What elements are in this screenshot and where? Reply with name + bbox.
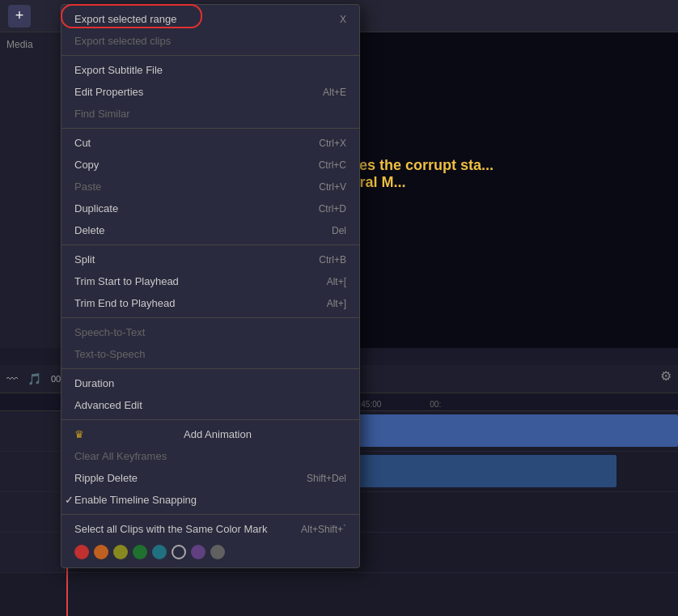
menu-item-shortcut-split: Ctrl+B xyxy=(319,254,346,266)
menu-item-edit-properties[interactable]: Edit PropertiesAlt+E xyxy=(61,81,359,103)
menu-item-cut[interactable]: CutCtrl+X xyxy=(61,132,359,154)
menu-item-label-trim-end: Trim End to Playhead xyxy=(74,297,176,309)
waveform-icon: 〰 xyxy=(6,372,18,385)
menu-item-shortcut-edit-properties: Alt+E xyxy=(323,87,346,98)
check-icon: ✓ xyxy=(65,494,74,506)
timeline-settings-icon[interactable]: ⚙ xyxy=(660,368,672,384)
menu-item-shortcut-ripple-delete: Shift+Del xyxy=(307,473,346,484)
audio-icon: 🎵 xyxy=(28,372,41,385)
menu-item-duplicate[interactable]: DuplicateCtrl+D xyxy=(61,198,359,219)
menu-item-delete[interactable]: DeleteDel xyxy=(61,219,359,241)
swatch-red[interactable] xyxy=(74,545,89,559)
menu-item-shortcut-delete: Del xyxy=(332,225,346,236)
menu-item-find-similar: Find Similar xyxy=(61,103,359,125)
menu-item-label-duplicate: Duplicate xyxy=(74,202,118,215)
divider-divider6 xyxy=(61,419,359,420)
add-button[interactable]: + xyxy=(8,5,31,28)
swatch-orange[interactable] xyxy=(94,545,108,559)
divider-divider3 xyxy=(61,244,359,245)
swatch-olive[interactable] xyxy=(113,545,128,559)
menu-item-add-animation[interactable]: ♛Add Animation xyxy=(61,423,359,445)
ruler-mark-5: 00: xyxy=(430,400,441,409)
menu-item-shortcut-trim-start: Alt+[ xyxy=(327,276,346,287)
menu-item-shortcut-paste: Ctrl+V xyxy=(319,181,346,193)
track-header-3 xyxy=(0,492,65,532)
menu-item-label-edit-properties: Edit Properties xyxy=(74,86,143,98)
menu-item-text-to-speech: Text-to-Speech xyxy=(61,343,359,365)
swatch-teal[interactable] xyxy=(152,545,167,559)
menu-item-trim-start[interactable]: Trim Start to PlayheadAlt+[ xyxy=(61,270,359,292)
menu-item-split[interactable]: SplitCtrl+B xyxy=(61,249,359,270)
menu-item-label-advanced-edit: Advanced Edit xyxy=(74,399,142,411)
menu-item-label-clear-keyframes: Clear All Keyframes xyxy=(74,450,167,462)
menu-item-label-ripple-delete: Ripple Delete xyxy=(74,472,138,484)
menu-item-label-copy: Copy xyxy=(74,159,99,171)
menu-item-trim-end[interactable]: Trim End to PlayheadAlt+] xyxy=(61,292,359,314)
menu-item-label-add-animation: Add Animation xyxy=(184,428,252,440)
context-menu: Export selected rangeXExport selected cl… xyxy=(61,4,360,568)
menu-item-export-range[interactable]: Export selected rangeX xyxy=(61,8,359,30)
divider-divider7 xyxy=(61,514,359,515)
menu-item-enable-snapping[interactable]: ✓Enable Timeline Snapping xyxy=(61,489,359,511)
menu-item-label-export-subtitle: Export Subtitle File xyxy=(74,64,163,76)
menu-item-label-speech-to-text: Speech-to-Text xyxy=(74,326,145,338)
menu-item-label-paste: Paste xyxy=(74,181,101,193)
menu-item-label-trim-start: Trim Start to Playhead xyxy=(74,275,179,287)
menu-item-label-enable-snapping: Enable Timeline Snapping xyxy=(74,494,197,506)
swatch-purple[interactable] xyxy=(191,545,206,559)
menu-item-shortcut-export-range: X xyxy=(340,14,346,25)
menu-item-shortcut-copy: Ctrl+C xyxy=(319,159,346,171)
menu-item-label-export-clips: Export selected clips xyxy=(74,35,171,47)
menu-item-duration[interactable]: Duration xyxy=(61,372,359,394)
menu-item-export-clips: Export selected clips xyxy=(61,30,359,52)
divider-divider1 xyxy=(61,55,359,56)
swatch-white-outlined[interactable] xyxy=(172,545,186,559)
menu-item-label-find-similar: Find Similar xyxy=(74,108,130,120)
swatch-green[interactable] xyxy=(133,545,147,559)
divider-divider4 xyxy=(61,317,359,318)
menu-item-shortcut-duplicate: Ctrl+D xyxy=(319,203,346,215)
track-header-2 xyxy=(0,452,65,491)
menu-item-paste: PasteCtrl+V xyxy=(61,176,359,198)
menu-item-advanced-edit[interactable]: Advanced Edit xyxy=(61,394,359,416)
menu-item-shortcut-cut: Ctrl+X xyxy=(319,138,346,149)
divider-divider2 xyxy=(61,128,359,129)
menu-item-label-text-to-speech: Text-to-Speech xyxy=(74,348,145,360)
menu-item-shortcut-trim-end: Alt+] xyxy=(327,298,346,309)
track-header-1 xyxy=(0,411,65,451)
swatch-gray[interactable] xyxy=(210,545,225,559)
menu-item-export-subtitle[interactable]: Export Subtitle File xyxy=(61,59,359,81)
menu-item-label-duration: Duration xyxy=(74,377,114,389)
menu-item-copy[interactable]: CopyCtrl+C xyxy=(61,154,359,176)
track-header-4 xyxy=(0,533,65,572)
menu-item-speech-to-text: Speech-to-Text xyxy=(61,321,359,343)
crown-icon: ♛ xyxy=(74,428,84,440)
menu-item-label-select-color-mark: Select all Clips with the Same Color Mar… xyxy=(74,523,267,535)
menu-item-shortcut-select-color-mark: Alt+Shift+` xyxy=(301,524,346,535)
menu-item-label-delete: Delete xyxy=(74,224,105,236)
media-label: Media xyxy=(6,39,33,50)
menu-item-label-export-range: Export selected range xyxy=(74,13,176,25)
menu-item-label-cut: Cut xyxy=(74,137,91,149)
divider-divider5 xyxy=(61,368,359,369)
menu-item-label-split: Split xyxy=(74,253,95,266)
menu-item-ripple-delete[interactable]: Ripple DeleteShift+Del xyxy=(61,467,359,489)
menu-item-clear-keyframes: Clear All Keyframes xyxy=(61,445,359,467)
menu-item-select-color-mark[interactable]: Select all Clips with the Same Color Mar… xyxy=(61,518,359,540)
color-swatches xyxy=(61,540,359,564)
